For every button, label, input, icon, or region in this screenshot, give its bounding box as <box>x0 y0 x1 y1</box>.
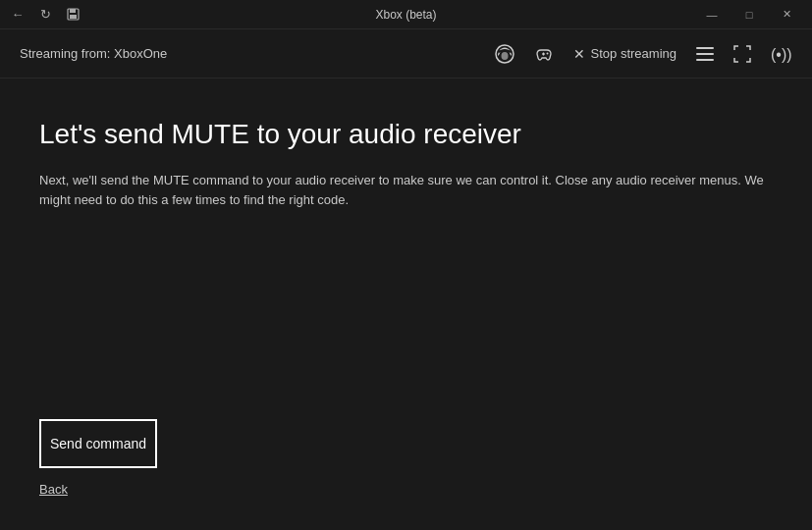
minimize-button[interactable]: — <box>694 1 730 28</box>
svg-point-4 <box>501 52 508 60</box>
audio-icon[interactable]: (•)) <box>771 45 792 63</box>
stop-streaming-label: Stop streaming <box>591 46 677 61</box>
back-button[interactable]: Back <box>39 478 157 501</box>
streaming-label: Streaming from: XboxOne <box>20 46 167 61</box>
window-controls: — □ ✕ <box>694 1 804 28</box>
back-arrow-icon[interactable]: ← <box>8 5 27 25</box>
title-bar: ← ↻ Xbox (beta) — □ ✕ <box>0 0 812 29</box>
svg-rect-9 <box>696 53 714 55</box>
title-bar-left: ← ↻ <box>8 5 82 25</box>
controller-icon[interactable] <box>534 44 554 64</box>
svg-rect-1 <box>70 9 76 13</box>
main-content: Let's send MUTE to your audio receiver N… <box>0 79 812 530</box>
svg-point-7 <box>546 52 548 54</box>
page-description: Next, we'll send the MUTE command to you… <box>39 171 773 212</box>
nav-actions: ✕ Stop streaming (•)) <box>495 44 792 64</box>
svg-rect-8 <box>696 47 714 49</box>
stop-icon: ✕ <box>573 46 585 62</box>
maximize-button[interactable]: □ <box>731 1 767 28</box>
svg-text:(•)): (•)) <box>771 46 792 63</box>
svg-rect-10 <box>696 59 714 61</box>
stop-streaming-button[interactable]: ✕ Stop streaming <box>573 46 677 62</box>
page-heading: Let's send MUTE to your audio receiver <box>39 118 773 151</box>
close-button[interactable]: ✕ <box>769 1 804 28</box>
save-icon[interactable] <box>63 5 82 25</box>
send-command-button[interactable]: Send command <box>39 419 157 468</box>
xbox-icon[interactable] <box>495 44 514 64</box>
button-area: Send command Back <box>39 419 773 501</box>
app-title: Xbox (beta) <box>375 8 436 22</box>
refresh-icon[interactable]: ↻ <box>35 5 55 25</box>
svg-rect-2 <box>70 15 77 19</box>
fullscreen-icon[interactable] <box>733 45 751 63</box>
nav-bar: Streaming from: XboxOne ✕ Stop st <box>0 29 812 79</box>
menu-icon[interactable] <box>696 47 714 61</box>
